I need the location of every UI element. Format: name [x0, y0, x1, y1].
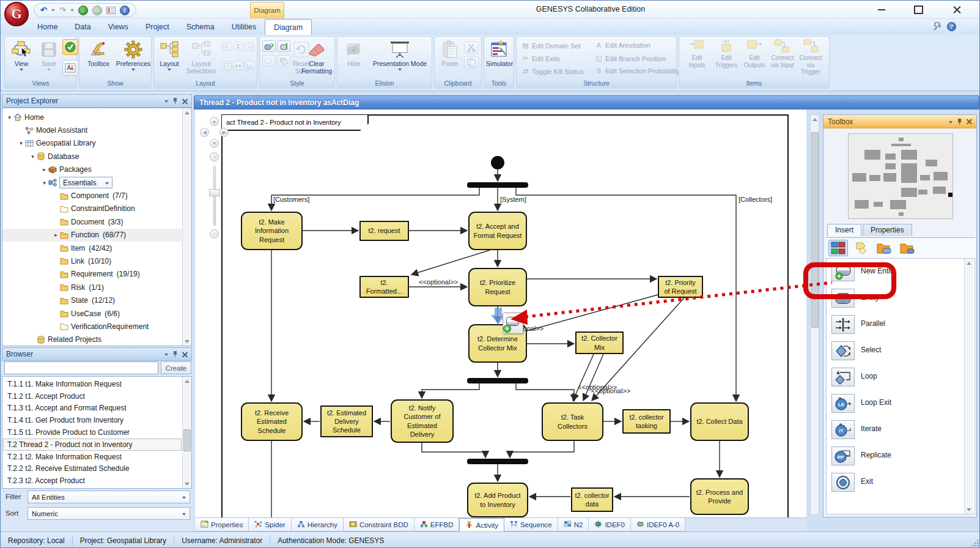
package-folder-icon[interactable] — [898, 240, 918, 256]
tab-views[interactable]: Views — [100, 19, 137, 35]
tree-item-model-assistant[interactable]: Model Assistant — [2, 124, 182, 136]
fork-join-bar[interactable] — [467, 182, 528, 188]
zoom-out-icon[interactable]: − — [210, 229, 219, 239]
style-shadow-button[interactable] — [277, 55, 290, 67]
fork-join-bar[interactable] — [467, 378, 528, 383]
copy-button[interactable] — [464, 56, 479, 68]
diagram-node-t2-process-and-provide[interactable]: t2. Process andProvide — [690, 478, 749, 515]
collapse-icon[interactable]: ▾ — [6, 114, 13, 120]
simulator-button[interactable]: Simulator — [485, 38, 514, 67]
tree-item-essentials[interactable]: ▾Essentials — [2, 176, 182, 189]
connect-via-trigger-button[interactable]: Connect via Trigger — [797, 39, 825, 76]
contact-card-icon[interactable] — [106, 7, 116, 14]
tree-item-function[interactable]: ▸Function(68/77) — [2, 229, 182, 242]
zoom-in-icon[interactable]: + — [210, 152, 219, 161]
tree-item-requirement[interactable]: Requirement(19/19) — [2, 268, 182, 281]
tree-item-usecase[interactable]: UseCase(6/6) — [2, 307, 182, 320]
save-button[interactable]: Save — [37, 38, 61, 71]
sort-select[interactable]: Numeric — [28, 507, 190, 520]
layout-button[interactable]: Layout — [155, 38, 183, 71]
tree-item-state[interactable]: State(12/12) — [2, 294, 182, 306]
view-tab-idef0-a-0[interactable]: A0IDEF0 A-0 — [631, 518, 685, 531]
diagram-node-t2-task-collectors[interactable]: t2. TaskCollectors — [542, 402, 603, 441]
tab-utilities[interactable]: Utilities — [223, 19, 265, 35]
forward-icon[interactable]: → — [92, 6, 102, 15]
browser-search-input[interactable] — [4, 361, 158, 374]
redo-dropdown-icon[interactable] — [70, 9, 74, 12]
create-button[interactable]: Create — [161, 361, 191, 374]
collapse-icon[interactable]: ▾ — [41, 180, 48, 186]
list-item[interactable]: T.2 Thread 2 - Product not in Inventory — [3, 439, 182, 451]
minimap-handle[interactable] — [948, 193, 952, 197]
align-center-button[interactable] — [233, 42, 243, 51]
toolbox-item-loop[interactable]: Loop — [827, 364, 974, 390]
fork-join-bar[interactable] — [467, 459, 528, 464]
view-tab-n2[interactable]: N2 — [558, 518, 589, 531]
toolbox-item-exit[interactable]: Exit — [827, 469, 974, 495]
pan-down-icon[interactable]: ▼ — [210, 139, 219, 148]
filter-select[interactable]: All Entities — [28, 491, 190, 503]
align-top-button[interactable] — [221, 61, 232, 70]
list-item[interactable]: T.2.1 t2. Make Information Request — [3, 451, 182, 463]
tree-item-risk[interactable]: Risk(1/1) — [2, 281, 182, 294]
toolbox-item-new-entity[interactable]: New Entity — [827, 259, 974, 285]
diagram-node-t2-collector-data[interactable]: t2. collectordata — [571, 487, 613, 512]
tree-item-item[interactable]: Item(42/42) — [2, 242, 182, 254]
text-format-toggle-button[interactable] — [62, 60, 78, 76]
help-icon[interactable]: ? — [947, 22, 956, 31]
pan-right-icon[interactable]: ▶ — [219, 128, 229, 137]
align-left-button[interactable] — [221, 42, 232, 51]
minimize-button[interactable] — [869, 3, 894, 17]
tree-item-related-projects[interactable]: Related Projects — [2, 333, 182, 346]
view-tab-spider[interactable]: Spider — [249, 518, 291, 531]
close-button[interactable] — [944, 3, 970, 17]
customize-wrench-icon[interactable] — [933, 22, 942, 31]
expand-icon[interactable]: ▸ — [53, 232, 59, 238]
paste-button[interactable]: Paste — [437, 38, 463, 67]
edit-domain-set-button[interactable]: ▤Edit Domain Set — [521, 42, 580, 50]
panel-menu-icon[interactable] — [949, 121, 952, 124]
panel-menu-icon[interactable] — [164, 100, 168, 103]
list-item[interactable]: T.1.2 t1. Accept Product — [3, 390, 182, 402]
diagram-node-t2-prioritize-request[interactable]: t2. PrioritizeRequest — [468, 268, 527, 306]
zoom-slider-handle[interactable] — [209, 189, 220, 196]
browser-scrollbar[interactable] — [182, 377, 191, 488]
diagram-node-t2-add-product-to-inventory[interactable]: t2. Add Productto Inventory — [467, 483, 528, 517]
tree-item-document[interactable]: Document(3/3) — [2, 215, 182, 228]
diagram-node-t2-priority-of-request[interactable]: t2. Priorityof Request — [658, 276, 703, 298]
list-item[interactable]: T.2.3 t2. Accept Product — [3, 475, 182, 487]
tree-item-home[interactable]: ▾Home — [2, 111, 182, 124]
redo-icon[interactable]: ↷ — [59, 6, 66, 14]
check-toggle-button[interactable] — [62, 39, 78, 55]
tree-item-constraintdefinition[interactable]: ConstraintDefinition — [2, 202, 182, 215]
view-tab-properties[interactable]: Properties — [195, 518, 249, 531]
resize-grip[interactable] — [971, 539, 979, 547]
view-tab-idef0[interactable]: IDEF0 — [589, 518, 631, 531]
contextual-tab-header[interactable]: Diagram — [250, 2, 284, 18]
list-item[interactable]: T.2.2 t2. Receive Estimated Schedule — [3, 463, 182, 475]
list-item[interactable]: T.1.3 t1. Accept and Format Request — [3, 402, 182, 415]
tree-item-verificationrequirement[interactable]: VerificationRequirement — [2, 320, 182, 333]
edit-branch-position-button[interactable]: ◱Edit Branch Position — [595, 54, 666, 62]
view-button[interactable]: View — [7, 38, 35, 71]
layout-selections-button[interactable]: Layout Selections — [183, 38, 219, 75]
cut-button[interactable] — [464, 42, 479, 54]
edit-outputs-button[interactable]: Edit Outputs — [740, 39, 768, 68]
toolbox-item-parallel[interactable]: Parallel — [827, 311, 974, 338]
close-panel-icon[interactable] — [182, 98, 188, 104]
style-dash-button[interactable] — [262, 55, 276, 67]
view-tab-sequence[interactable]: Sequence — [504, 518, 558, 531]
tree-item-database[interactable]: ▾Database — [2, 150, 182, 163]
pan-left-icon[interactable]: ◀ — [200, 128, 209, 137]
diagram-node-t2-request[interactable]: t2. request — [359, 221, 409, 241]
panel-menu-icon[interactable] — [164, 354, 168, 356]
style-line-button[interactable] — [277, 40, 290, 52]
toolbox-item-iterate[interactable]: ITIterate — [827, 417, 974, 443]
list-item[interactable]: T.1.4 t1. Get Product from Inventory — [3, 414, 182, 426]
diagram-node-t2-estimated-delivery-schedule[interactable]: t2. EstimatedDeliverySchedule — [320, 405, 373, 437]
tab-schema[interactable]: Schema — [178, 19, 223, 35]
tree-item-component[interactable]: Component(7/7) — [2, 189, 182, 202]
toolbox-tab-properties[interactable]: Properties — [863, 224, 912, 236]
pin-icon[interactable] — [173, 98, 177, 104]
diagram-scrollbar[interactable] — [810, 114, 819, 515]
